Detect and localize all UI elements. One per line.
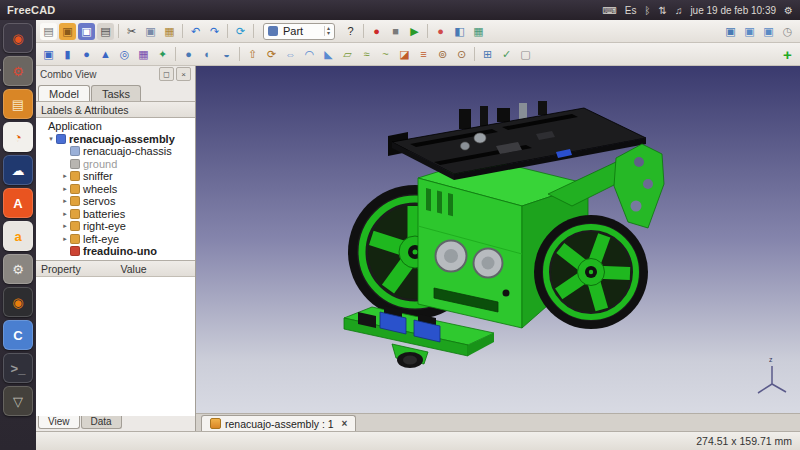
tab-data[interactable]: Data (81, 416, 122, 429)
tree-item-left-eye[interactable]: ▸ left-eye (36, 233, 195, 246)
save-document-icon[interactable]: ▣ (78, 23, 95, 40)
box-icon[interactable]: ▣ (40, 46, 57, 63)
clock[interactable]: jue 19 de feb 10:39 (690, 5, 776, 16)
open-document-icon[interactable]: ▣ (59, 23, 76, 40)
sphere-icon[interactable]: ● (78, 46, 95, 63)
property-table-body[interactable] (36, 277, 195, 416)
tree-expander-icon[interactable]: ▸ (60, 210, 70, 218)
check-geometry-icon[interactable]: ✓ (498, 46, 515, 63)
draw-style-icon[interactable]: ◧ (451, 23, 468, 40)
appearance-icon[interactable]: ● (432, 23, 449, 40)
stepper-down-icon[interactable]: ▾ (327, 31, 330, 36)
defeaturing-icon[interactable]: ▢ (517, 46, 534, 63)
tree-expander-icon[interactable]: ▸ (60, 172, 70, 180)
cylinder-icon[interactable]: ▮ (59, 46, 76, 63)
extrude-icon[interactable]: ⇧ (244, 46, 261, 63)
launcher-software-center[interactable]: A (3, 188, 33, 218)
launcher-files[interactable]: ▤ (3, 89, 33, 119)
tree-item-renacuajo-chassis[interactable]: renacuajo-chassis (36, 145, 195, 158)
workbench-stepper[interactable]: ▴ ▾ (324, 26, 332, 36)
refresh-icon[interactable]: ⟳ (232, 23, 249, 40)
whats-this-icon[interactable]: ? (342, 23, 359, 40)
launcher-ubuntu-one[interactable]: ☁ (3, 155, 33, 185)
tree-expander-icon[interactable]: ▸ (60, 222, 70, 230)
thickness-icon[interactable]: ⊙ (453, 46, 470, 63)
network-icon[interactable]: ⇅ (659, 5, 667, 16)
keyboard-layout-indicator[interactable]: Es (625, 5, 637, 16)
float-panel-icon[interactable]: ◻ (159, 67, 174, 81)
3d-scene[interactable]: z (196, 66, 800, 413)
tab-model[interactable]: Model (38, 85, 90, 101)
boolean-common-icon[interactable]: ◐ (199, 46, 216, 63)
window-title: FreeCAD (7, 4, 55, 16)
session-menu-icon[interactable]: ⚙ (784, 5, 793, 16)
tab-tasks[interactable]: Tasks (91, 85, 141, 101)
launcher-freecad[interactable]: ⚙ (3, 56, 33, 86)
macro-record-icon[interactable]: ● (368, 23, 385, 40)
texture-icon[interactable]: ▦ (470, 23, 487, 40)
recent-history-icon[interactable]: ◷ (779, 23, 796, 40)
keyboard-indicator-icon[interactable]: ⌨ (602, 5, 616, 16)
launcher-chromium[interactable]: C (3, 320, 33, 350)
sweep-icon[interactable]: ~ (377, 46, 394, 63)
tree-item-ground[interactable]: ground (36, 158, 195, 171)
document-tab[interactable]: renacuajo-assembly : 1 × (201, 415, 356, 431)
primitives-icon[interactable]: ▦ (135, 46, 152, 63)
shape-builder-icon[interactable]: ✦ (154, 46, 171, 63)
ruled-surface-icon[interactable]: ▱ (339, 46, 356, 63)
close-panel-icon[interactable]: × (176, 67, 191, 81)
new-document-icon[interactable]: ▤ (40, 23, 57, 40)
revolve-icon[interactable]: ⟳ (263, 46, 280, 63)
launcher-blender[interactable]: ◉ (3, 287, 33, 317)
macro-play-icon[interactable]: ▶ (406, 23, 423, 40)
cone-icon[interactable]: ▲ (97, 46, 114, 63)
redo-icon[interactable]: ↷ (206, 23, 223, 40)
axonometric-view-icon[interactable]: ▣ (722, 23, 739, 40)
tab-view[interactable]: View (38, 416, 80, 429)
tree-item-sniffer[interactable]: ▸ sniffer (36, 170, 195, 183)
add-icon[interactable]: + (779, 46, 796, 63)
launcher-system-settings[interactable]: ⚙ (3, 254, 33, 284)
front-view-icon[interactable]: ▣ (741, 23, 758, 40)
chamfer-icon[interactable]: ◣ (320, 46, 337, 63)
launcher-terminal[interactable]: >_ (3, 353, 33, 383)
undo-icon[interactable]: ↶ (187, 23, 204, 40)
tree-item-application[interactable]: Application (36, 120, 195, 133)
tree-expander-icon[interactable]: ▾ (46, 135, 56, 143)
launcher-trash[interactable]: ▽ (3, 386, 33, 416)
workbench-selector[interactable]: Part ▴ ▾ (263, 23, 335, 40)
cut-icon[interactable]: ✂ (123, 23, 140, 40)
launcher-amazon[interactable]: a (3, 221, 33, 251)
bluetooth-icon[interactable]: ᛒ (645, 5, 651, 16)
cross-sections-icon[interactable]: ≡ (415, 46, 432, 63)
tree-expander-icon[interactable]: ▸ (60, 185, 70, 193)
tree-item-right-eye[interactable]: ▸ right-eye (36, 220, 195, 233)
offset-icon[interactable]: ⊚ (434, 46, 451, 63)
freecad-window: ▤▣▣▤✂▣▦↶↷⟳ Part ▴ ▾ ?●■▶●◧▦▣▣▣◷ ▣▮●▲◎▦✦●… (36, 20, 800, 450)
top-view-icon[interactable]: ▣ (760, 23, 777, 40)
close-document-icon[interactable]: × (342, 418, 348, 429)
tree-expander-icon[interactable]: ▸ (60, 197, 70, 205)
tree-item-batteries[interactable]: ▸ batteries (36, 208, 195, 221)
torus-icon[interactable]: ◎ (116, 46, 133, 63)
boolean-cut-icon[interactable]: ◒ (218, 46, 235, 63)
tree-item-renacuajo-assembly[interactable]: ▾ renacuajo-assembly (36, 133, 195, 146)
compound-icon[interactable]: ⊞ (479, 46, 496, 63)
mirror-icon[interactable]: ⇔ (282, 46, 299, 63)
section-icon[interactable]: ◪ (396, 46, 413, 63)
launcher-firefox[interactable]: ◔ (3, 122, 33, 152)
print-icon[interactable]: ▤ (97, 23, 114, 40)
loft-icon[interactable]: ≈ (358, 46, 375, 63)
fillet-icon[interactable]: ◠ (301, 46, 318, 63)
macro-stop-icon[interactable]: ■ (387, 23, 404, 40)
copy-icon[interactable]: ▣ (142, 23, 159, 40)
volume-icon[interactable]: ♫ (675, 5, 683, 16)
boolean-union-icon[interactable]: ● (180, 46, 197, 63)
tree-item-freaduino-uno[interactable]: freaduino-uno (36, 245, 195, 258)
launcher-dash-home[interactable]: ◉ (3, 23, 33, 53)
3d-scene-svg[interactable]: z (196, 66, 800, 413)
tree-expander-icon[interactable]: ▸ (60, 235, 70, 243)
paste-icon[interactable]: ▦ (161, 23, 178, 40)
tree-item-servos[interactable]: ▸ servos (36, 195, 195, 208)
tree-item-wheels[interactable]: ▸ wheels (36, 183, 195, 196)
